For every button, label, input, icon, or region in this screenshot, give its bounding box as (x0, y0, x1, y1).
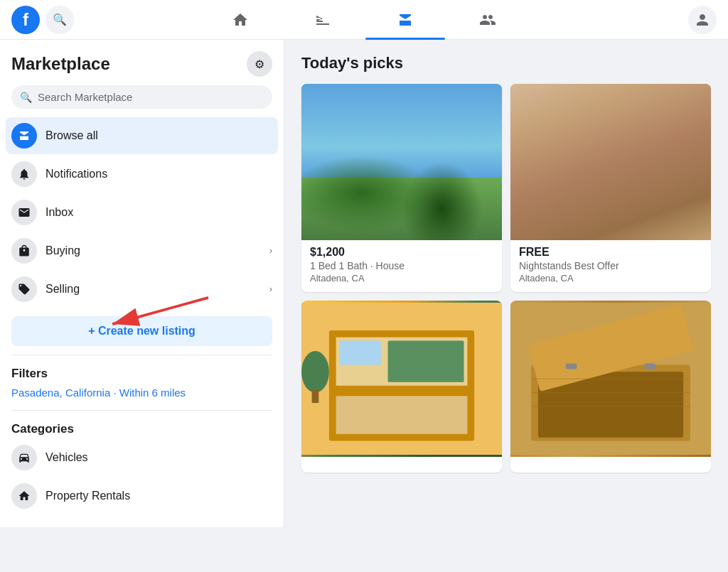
svg-rect-2 (357, 155, 446, 217)
listing-card-chest[interactable] (510, 301, 711, 473)
selling-label: Selling (46, 283, 261, 296)
nav-tab-watch[interactable] (283, 3, 363, 37)
listing-image-nightstand (510, 84, 711, 240)
listing-title-house: 1 Bed 1 Bath · House (310, 260, 493, 271)
sidebar-item-inbox[interactable]: Inbox (6, 194, 278, 231)
nav-tab-groups[interactable] (448, 3, 528, 37)
vehicles-label: Vehicles (46, 451, 272, 464)
sidebar-wrapper: Marketplace ⚙ 🔍 Search Marketplace Brows… (0, 40, 284, 572)
nav-account-button[interactable] (688, 6, 717, 34)
buying-label: Buying (46, 244, 261, 257)
svg-rect-9 (419, 166, 438, 182)
listing-image-room (301, 301, 502, 457)
nav-tab-home[interactable] (200, 3, 280, 37)
selling-chevron: › (269, 284, 272, 294)
listing-info-house: $1,200 1 Bed 1 Bath · House Altadena, CA (301, 240, 502, 292)
svg-rect-24 (559, 176, 663, 177)
browse-icon (11, 123, 37, 149)
svg-rect-22 (566, 217, 574, 231)
nav-right (688, 6, 717, 34)
sidebar-item-notifications[interactable]: Notifications (6, 156, 278, 193)
listing-title-nightstand: Nightstands Best Offer (519, 260, 702, 271)
top-nav: f 🔍 (0, 0, 728, 40)
create-listing-button[interactable]: + Create new listing (11, 316, 272, 346)
listing-image-house (301, 84, 502, 240)
sidebar-item-vehicles[interactable]: Vehicles (6, 439, 278, 476)
listing-location-nightstand: Altadena, CA (519, 273, 702, 284)
svg-point-15 (429, 207, 464, 234)
notifications-label: Notifications (46, 168, 272, 180)
buying-icon (11, 238, 37, 264)
svg-rect-39 (645, 364, 656, 369)
listing-price-house: $1,200 (310, 246, 493, 259)
inbox-icon (11, 200, 37, 225)
sidebar-item-browse[interactable]: Browse all (6, 117, 278, 154)
svg-rect-31 (388, 341, 464, 382)
sidebar: Marketplace ⚙ 🔍 Search Marketplace Brows… (0, 40, 284, 527)
page-heading: Today's picks (301, 54, 711, 72)
filters-title: Filters (6, 361, 278, 384)
svg-point-5 (409, 200, 413, 204)
nav-center-tabs (200, 3, 528, 37)
svg-rect-29 (336, 396, 468, 433)
facebook-logo[interactable]: f (11, 6, 40, 34)
listing-price-nightstand: FREE (519, 246, 702, 259)
buying-chevron: › (269, 246, 272, 256)
svg-marker-3 (357, 127, 446, 155)
search-icon: 🔍 (20, 92, 32, 103)
svg-rect-19 (559, 141, 663, 217)
gear-button[interactable]: ⚙ (247, 51, 272, 77)
svg-rect-23 (648, 217, 656, 231)
listing-card-nightstand[interactable]: FREE Nightstands Best Offer Altadena, CA (510, 84, 711, 292)
filter-location[interactable]: Pasadena, California · Within 6 miles (6, 384, 278, 404)
listing-card-house[interactable]: $1,200 1 Bed 1 Bath · House Altadena, CA (301, 84, 502, 292)
vehicles-icon (11, 445, 37, 470)
property-icon (11, 483, 37, 509)
listing-info-room (301, 457, 502, 473)
selling-icon (11, 276, 37, 302)
sidebar-item-buying[interactable]: Buying › (6, 232, 278, 269)
svg-rect-6 (365, 166, 384, 182)
main-layout: Marketplace ⚙ 🔍 Search Marketplace Brows… (0, 40, 728, 572)
svg-rect-38 (566, 364, 577, 369)
divider-categories (11, 410, 272, 411)
nav-tab-marketplace[interactable] (365, 3, 445, 37)
nav-search-button[interactable]: 🔍 (46, 6, 74, 34)
svg-point-12 (309, 162, 364, 240)
listing-info-nightstand: FREE Nightstands Best Offer Altadena, CA (510, 240, 711, 292)
listing-info-chest (510, 457, 711, 473)
divider-filters (11, 355, 272, 355)
listing-card-room[interactable] (301, 301, 502, 473)
svg-point-13 (446, 162, 488, 238)
svg-rect-17 (510, 86, 711, 238)
categories-title: Categories (6, 416, 278, 439)
svg-rect-1 (301, 86, 502, 238)
listing-image-chest (510, 301, 711, 457)
svg-point-18 (542, 214, 680, 234)
search-placeholder: Search Marketplace (38, 91, 132, 103)
sidebar-title: Marketplace (11, 54, 110, 74)
svg-rect-20 (552, 136, 669, 147)
main-content: Today's picks (284, 40, 728, 572)
nav-left: f 🔍 (11, 6, 74, 34)
listing-location-house: Altadena, CA (310, 273, 493, 284)
svg-rect-21 (564, 149, 657, 212)
svg-rect-4 (390, 186, 413, 217)
svg-point-32 (301, 351, 329, 392)
svg-rect-14 (301, 214, 502, 238)
listings-grid: $1,200 1 Bed 1 Bath · House Altadena, CA (301, 84, 711, 473)
svg-rect-33 (312, 389, 319, 403)
browse-label: Browse all (46, 129, 272, 142)
svg-rect-30 (339, 341, 380, 365)
inbox-label: Inbox (46, 206, 272, 219)
property-label: Property Rentals (46, 490, 272, 502)
marketplace-search-bar[interactable]: 🔍 Search Marketplace (11, 85, 272, 109)
sidebar-header: Marketplace ⚙ (6, 51, 278, 85)
svg-point-16 (336, 206, 364, 231)
sidebar-item-selling[interactable]: Selling › (6, 271, 278, 308)
sidebar-item-property[interactable]: Property Rentals (6, 477, 278, 514)
notifications-icon (11, 161, 37, 187)
